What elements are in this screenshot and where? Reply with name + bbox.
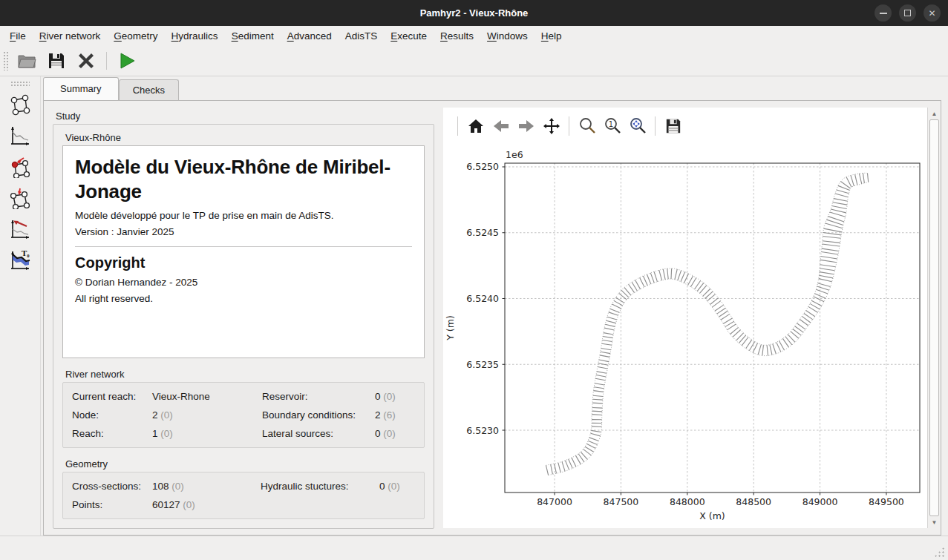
field-value: 1 (0)	[152, 428, 262, 439]
menu-river-network[interactable]: River network	[33, 28, 108, 44]
folder-open-icon	[17, 53, 36, 69]
close-study-icon	[77, 52, 95, 70]
scrollbar-thumb[interactable]	[929, 119, 939, 516]
menu-geometry[interactable]: Geometry	[107, 28, 164, 44]
sidebar-item-lateral-contributions[interactable]	[4, 182, 36, 214]
lateral-sources-icon	[9, 187, 31, 209]
sidebar-item-initial-conditions[interactable]: T₀	[4, 245, 36, 276]
svg-text:847000: 847000	[537, 496, 572, 507]
field-label: Current reach:	[72, 391, 152, 402]
scroll-up-arrow[interactable]: ▲	[928, 108, 941, 119]
title-bar: Pamhyr2 - Vieux-Rhône ✕	[0, 0, 948, 26]
sidebar-item-stricklers[interactable]	[4, 214, 36, 245]
field-label: Reach:	[72, 428, 152, 439]
svg-text:6.5250: 6.5250	[466, 161, 499, 172]
study-panel: Study Vieux-Rhône Modèle du Vieux-Rhône …	[44, 108, 443, 528]
river-network-plot-canvas[interactable]: 8470008475008480008485008490008495006.52…	[443, 145, 927, 527]
minimize-icon	[880, 13, 887, 14]
reach-group-label: Vieux-Rhône	[62, 131, 425, 145]
svg-text:T₀: T₀	[22, 249, 30, 257]
save-study-button[interactable]	[44, 49, 69, 73]
close-study-button[interactable]	[73, 49, 99, 73]
plot-pan-button[interactable]	[541, 116, 561, 136]
plot-zoom-fit-button[interactable]	[627, 116, 647, 136]
status-bar	[0, 536, 948, 560]
maximize-icon	[904, 10, 911, 16]
menu-execute[interactable]: Execute	[384, 28, 434, 44]
study-description-box: Modèle du Vieux-Rhône de Miribel-Jonage …	[62, 145, 425, 358]
toolbar-separator	[106, 52, 107, 70]
close-button[interactable]: ✕	[924, 4, 941, 22]
field-value: 0 (0)	[375, 391, 415, 402]
tools-sidebar: T₀	[0, 76, 41, 536]
tab-checks[interactable]: Checks	[119, 79, 179, 100]
summary-tab-page: Study Vieux-Rhône Modèle du Vieux-Rhône …	[43, 100, 941, 536]
svg-text:847500: 847500	[604, 496, 639, 507]
vertical-scrollbar: ▲ ▼	[927, 108, 941, 528]
resize-grip[interactable]	[934, 547, 944, 557]
scroll-down-arrow[interactable]: ▼	[928, 516, 941, 528]
field-value: 108 (0)	[152, 481, 261, 492]
arrow-left-icon	[493, 118, 509, 134]
field-label: Points:	[72, 499, 152, 510]
svg-text:848500: 848500	[736, 496, 771, 507]
field-label: Boundary conditions:	[262, 409, 375, 421]
boundary-conditions-icon	[9, 156, 31, 178]
field-value: 2 (0)	[152, 409, 262, 421]
study-description: Modèle développé pour le TP de prise en …	[75, 210, 412, 221]
study-version: Version : Janvier 2025	[75, 226, 412, 237]
save-icon	[48, 52, 65, 70]
cross-section-profile-icon	[9, 125, 31, 147]
menu-windows[interactable]: Windows	[480, 28, 535, 44]
menu-file[interactable]: File	[3, 28, 33, 44]
field-value: 2 (6)	[375, 409, 415, 421]
plot-save-button[interactable]	[663, 116, 683, 136]
plot-zoom-original-button[interactable]: 1	[602, 116, 622, 136]
open-study-button[interactable]	[14, 49, 39, 73]
plot-home-button[interactable]	[465, 116, 486, 136]
plot-zoom-rect-button[interactable]	[577, 116, 597, 136]
geometry-section-label: Geometry	[62, 457, 425, 472]
tab-bar: Summary Checks	[41, 76, 941, 100]
menu-bar: FileRiver networkGeometryHydraulicsSedim…	[0, 26, 948, 45]
divider	[75, 246, 412, 247]
menu-hydraulics[interactable]: Hydraulics	[165, 28, 225, 44]
study-section-label: Study	[53, 109, 434, 124]
copyright-author: © Dorian Hernandez - 2025	[75, 277, 412, 288]
copyright-rights: All right reserved.	[75, 293, 412, 304]
sidebar-drag-handle[interactable]	[10, 81, 30, 86]
river-network-section-label: River network	[62, 367, 425, 382]
plot-back-button[interactable]	[491, 116, 511, 136]
field-value: Vieux-Rhone	[152, 391, 262, 402]
toolbar-drag-handle[interactable]	[3, 51, 8, 70]
tab-summary[interactable]: Summary	[43, 77, 119, 100]
magnifier-1x-icon: 1	[604, 117, 621, 135]
magnifier-icon	[578, 117, 596, 135]
maximize-button[interactable]	[899, 4, 916, 22]
svg-text:6.5230: 6.5230	[466, 425, 499, 436]
menu-help[interactable]: Help	[535, 28, 569, 44]
minimize-button[interactable]	[875, 4, 892, 22]
study-groupbox: Vieux-Rhône Modèle du Vieux-Rhône de Mir…	[53, 124, 434, 529]
menu-results[interactable]: Results	[434, 28, 480, 44]
sidebar-item-geometry[interactable]	[4, 120, 36, 151]
run-solver-button[interactable]	[114, 49, 140, 73]
field-label: Reservoir:	[262, 391, 375, 402]
sidebar-item-river-network[interactable]	[4, 89, 36, 120]
field-label: Node:	[72, 409, 152, 421]
save-figure-icon	[665, 118, 681, 134]
sidebar-item-boundary-conditions[interactable]	[4, 151, 36, 182]
copyright-title: Copyright	[75, 254, 412, 271]
field-label: Lateral sources:	[262, 428, 375, 439]
river-network-panel: Current reach: Vieux-Rhone Reservoir: 0 …	[62, 382, 425, 448]
plot-forward-button[interactable]	[516, 116, 536, 136]
pan-move-icon	[543, 117, 560, 135]
svg-text:Y (m): Y (m)	[445, 315, 456, 341]
menu-adists[interactable]: AdisTS	[339, 28, 385, 44]
field-label: Hydraulic stuctures:	[261, 481, 379, 492]
svg-text:6.5240: 6.5240	[466, 293, 499, 304]
river-plot-panel: 1	[443, 108, 927, 528]
menu-sediment[interactable]: Sediment	[225, 28, 281, 44]
initial-conditions-icon: T₀	[9, 249, 31, 271]
menu-advanced[interactable]: Advanced	[281, 28, 339, 44]
